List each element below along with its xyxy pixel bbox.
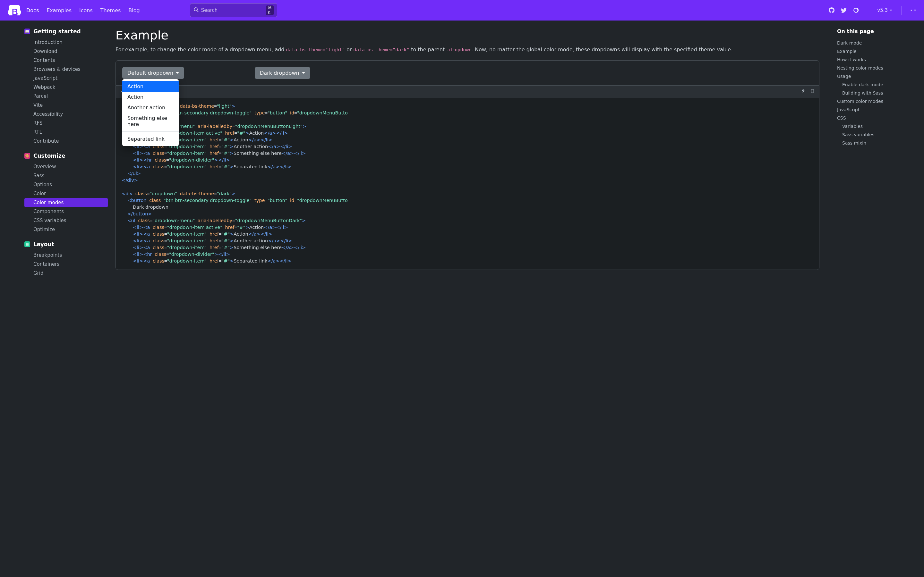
sidebar-section-getting-started[interactable]: 📖 Getting started bbox=[24, 28, 108, 35]
code-literal: data-bs-theme="dark" bbox=[353, 47, 409, 52]
toc-link[interactable]: Nesting color modes bbox=[837, 64, 905, 72]
sidebar-item[interactable]: Options bbox=[24, 180, 108, 189]
search-input[interactable] bbox=[201, 7, 263, 13]
nav-docs[interactable]: Docs bbox=[26, 7, 39, 13]
caret-down-icon bbox=[302, 72, 305, 74]
copy-icon[interactable] bbox=[810, 89, 814, 94]
navbar-right: v5.3 bbox=[829, 6, 916, 15]
book-icon: 📖 bbox=[24, 29, 30, 34]
sidebar-item[interactable]: Grid bbox=[24, 269, 108, 277]
dropdown-item[interactable]: Separated link bbox=[122, 134, 179, 144]
toc-link[interactable]: Sass variables bbox=[837, 131, 905, 139]
toc-link[interactable]: Custom color modes bbox=[837, 97, 905, 105]
toc-link[interactable]: CSS bbox=[837, 114, 905, 122]
intro-paragraph: For example, to change the color mode of… bbox=[115, 45, 819, 54]
stackblitz-icon[interactable] bbox=[801, 89, 806, 94]
dropdown-menu: Action Action Another action Something e… bbox=[122, 79, 179, 146]
svg-line-1 bbox=[197, 11, 198, 12]
toc-link[interactable]: Building with Sass bbox=[837, 89, 905, 97]
svg-rect-4 bbox=[811, 90, 814, 93]
toc-link[interactable]: Sass mixin bbox=[837, 139, 905, 147]
github-icon[interactable] bbox=[829, 7, 835, 13]
code-block[interactable]: <div class="dropdown" data-bs-theme="lig… bbox=[115, 98, 819, 270]
dropdown-item[interactable]: Action bbox=[122, 92, 179, 102]
grid-icon: ▦ bbox=[24, 242, 30, 247]
code-toolbar: H bbox=[115, 85, 819, 98]
sidebar-item[interactable]: Contribute bbox=[24, 137, 108, 145]
sidebar-item[interactable]: CSS variables bbox=[24, 216, 108, 225]
example-box: Default dropdown Dark dropdown Action Ac… bbox=[115, 60, 819, 85]
dropdown-item[interactable]: Action bbox=[122, 81, 179, 92]
nav-links: Docs Examples Icons Themes Blog bbox=[26, 7, 140, 13]
sidebar-item[interactable]: JavaScript bbox=[24, 74, 108, 83]
dropdown-item[interactable]: Something else here bbox=[122, 113, 179, 129]
palette-icon: 🎨 bbox=[24, 153, 30, 159]
code-literal: .dropdown bbox=[446, 47, 472, 52]
version-dropdown[interactable]: v5.3 bbox=[877, 7, 892, 13]
sidebar-item[interactable]: Vite bbox=[24, 101, 108, 110]
left-sidebar: 📖 Getting started IntroductionDownloadCo… bbox=[24, 28, 108, 277]
nav-examples[interactable]: Examples bbox=[47, 7, 71, 13]
sidebar-item[interactable]: Introduction bbox=[24, 38, 108, 47]
sidebar-item[interactable]: Download bbox=[24, 47, 108, 56]
dropdown-item[interactable]: Another action bbox=[122, 102, 179, 113]
sidebar-item[interactable]: RFS bbox=[24, 119, 108, 127]
sidebar-item[interactable]: Color modes bbox=[24, 198, 108, 207]
sidebar-item[interactable]: Contents bbox=[24, 56, 108, 65]
nav-icons[interactable]: Icons bbox=[79, 7, 93, 13]
sidebar-item[interactable]: Color bbox=[24, 189, 108, 198]
search-box[interactable]: ⌘ K bbox=[190, 3, 278, 17]
search-kbd: ⌘ K bbox=[266, 5, 274, 15]
toc-link[interactable]: Usage bbox=[837, 72, 905, 81]
sidebar-item[interactable]: Parcel bbox=[24, 92, 108, 101]
code-literal: data-bs-theme="light" bbox=[286, 47, 345, 52]
sidebar-item[interactable]: Sass bbox=[24, 171, 108, 180]
svg-point-0 bbox=[194, 8, 197, 11]
page-heading: Example bbox=[115, 28, 819, 42]
nav-blog[interactable]: Blog bbox=[128, 7, 140, 13]
top-navbar: Docs Examples Icons Themes Blog ⌘ K v5.3 bbox=[0, 0, 924, 21]
twitter-icon[interactable] bbox=[841, 7, 846, 13]
sidebar-item[interactable]: Accessibility bbox=[24, 110, 108, 119]
sidebar-item[interactable]: Webpack bbox=[24, 83, 108, 92]
bootstrap-logo[interactable] bbox=[8, 3, 21, 17]
opencollective-icon[interactable] bbox=[853, 7, 859, 13]
toc-link[interactable]: Example bbox=[837, 47, 905, 55]
sidebar-item[interactable]: Breakpoints bbox=[24, 251, 108, 259]
sidebar-item[interactable]: Optimize bbox=[24, 225, 108, 234]
dropdown-divider bbox=[122, 131, 179, 132]
toc-link[interactable]: Dark mode bbox=[837, 39, 905, 47]
main-content: Example For example, to change the color… bbox=[115, 28, 823, 277]
theme-toggle-icon[interactable] bbox=[911, 7, 916, 13]
sidebar-item[interactable]: Overview bbox=[24, 162, 108, 171]
sidebar-section-customize[interactable]: 🎨 Customize bbox=[24, 153, 108, 159]
sidebar-item[interactable]: RTL bbox=[24, 127, 108, 137]
toc-link[interactable]: JavaScript bbox=[837, 105, 905, 114]
on-this-page: On this page Dark modeExampleHow it work… bbox=[831, 28, 905, 277]
sidebar-item[interactable]: Browsers & devices bbox=[24, 65, 108, 74]
search-icon bbox=[194, 7, 199, 13]
toc-link[interactable]: Variables bbox=[837, 122, 905, 131]
sidebar-section-layout[interactable]: ▦ Layout bbox=[24, 241, 108, 247]
sidebar-item[interactable]: Containers bbox=[24, 259, 108, 269]
caret-down-icon bbox=[176, 72, 179, 74]
dark-dropdown-button[interactable]: Dark dropdown bbox=[255, 67, 310, 79]
toc-link[interactable]: How it works bbox=[837, 55, 905, 64]
toc-link[interactable]: Enable dark mode bbox=[837, 81, 905, 89]
default-dropdown-button[interactable]: Default dropdown bbox=[122, 67, 184, 79]
sidebar-item[interactable]: Components bbox=[24, 207, 108, 216]
toc-title: On this page bbox=[837, 28, 905, 34]
nav-themes[interactable]: Themes bbox=[100, 7, 121, 13]
